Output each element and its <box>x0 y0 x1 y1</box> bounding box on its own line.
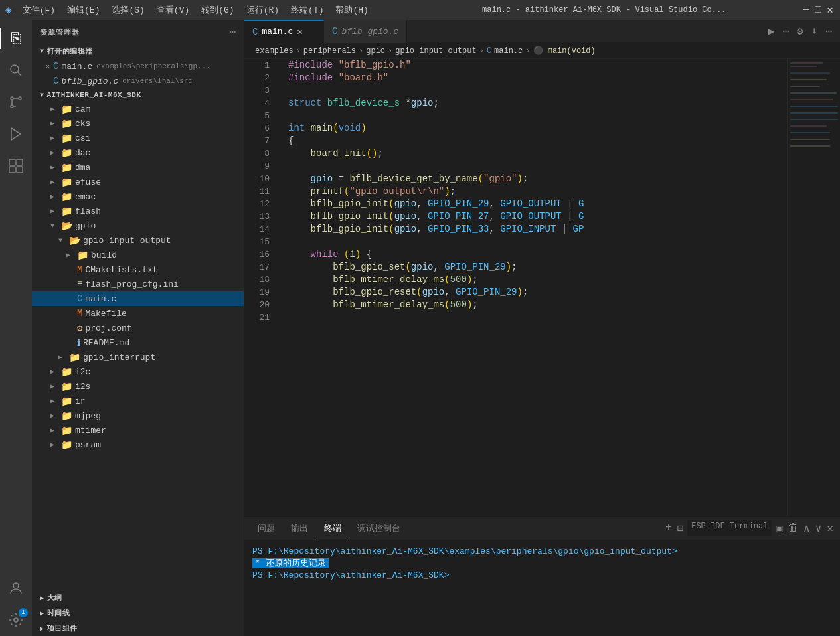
tree-file-makefile[interactable]: ▶ M Makefile <box>32 306 244 321</box>
bc-examples[interactable]: examples <box>255 46 294 56</box>
open-file-main-c[interactable]: ✕ C main.c examples\peripherals\gp... <box>32 59 244 74</box>
bc-sep5: › <box>525 46 530 56</box>
editor-area: C main.c ✕ C bflb_gpio.c ▶ ⋯ ⚙ ⬇ ⋯ examp… <box>244 20 840 636</box>
open-editors-section[interactable]: ▼ 打开的编辑器 <box>32 44 244 59</box>
tree-folder-ir[interactable]: ▶ 📁 ir <box>32 394 244 408</box>
tree-file-projconf[interactable]: ▶ ⚙ proj.conf <box>32 321 244 335</box>
tree-folder-i2s[interactable]: ▶ 📁 i2s <box>32 379 244 394</box>
folder-icon: 📁 <box>77 250 88 261</box>
panel-tab-output[interactable]: 输出 <box>283 517 316 540</box>
sidebar-title: 资源管理器 <box>40 27 80 37</box>
svg-rect-24 <box>790 132 830 133</box>
menu-edit[interactable]: 编辑(E) <box>62 3 105 17</box>
code-line-13: bflb_gpio_init(gpio, GPIO_PIN_27, GPIO_O… <box>288 210 787 223</box>
tree-folder-csi[interactable]: ▶ 📁 csi <box>32 131 244 145</box>
code-content[interactable]: #include "bflb_gpio.h" #include "board.h… <box>278 59 787 517</box>
split-editor-icon[interactable]: ⋯ <box>780 22 792 40</box>
settings-icon[interactable]: 1 <box>0 604 32 636</box>
folder-label: i2c <box>75 367 90 377</box>
line-num-4: 4 <box>244 97 270 110</box>
folder-chevron: ▶ <box>50 207 61 215</box>
timeline-section[interactable]: ▶ 时间线 <box>32 605 244 621</box>
add-terminal-icon[interactable]: + <box>664 520 673 536</box>
tree-folder-mtimer[interactable]: ▶ 📁 mtimer <box>32 423 244 437</box>
bc-peripherals[interactable]: peripherals <box>303 46 356 56</box>
tree-folder-gpio-interrupt[interactable]: ▶ 📁 gpio_interrupt <box>32 350 244 364</box>
extensions-icon[interactable] <box>0 150 32 182</box>
code-editor[interactable]: 1 2 3 4 5 6 7 8 9 10 11 12 13 14 15 16 1 <box>244 59 787 517</box>
menu-select[interactable]: 选择(S) <box>106 3 149 17</box>
chevron-down-icon[interactable]: ∨ <box>814 520 823 536</box>
tree-folder-build[interactable]: ▶ 📁 build <box>32 248 244 262</box>
close-icon[interactable]: ✕ <box>42 61 53 72</box>
run-split-icon[interactable]: ▶ <box>766 22 778 40</box>
tree-file-cmake[interactable]: ▶ M CMakeLists.txt <box>32 262 244 277</box>
source-control-icon[interactable] <box>0 86 32 118</box>
more-actions-icon[interactable]: ⋯ <box>823 22 835 40</box>
tree-folder-efuse[interactable]: ▶ 📁 efuse <box>32 175 244 189</box>
run-debug-icon[interactable] <box>0 118 32 150</box>
menu-help[interactable]: 帮助(H) <box>330 3 373 17</box>
tree-file-ini[interactable]: ▶ ≡ flash_prog_cfg.ini <box>32 277 244 291</box>
svg-rect-21 <box>790 112 838 114</box>
menu-goto[interactable]: 转到(G) <box>196 3 239 17</box>
outline-section[interactable]: ▶ 大纲 <box>32 590 244 605</box>
tree-file-main-c[interactable]: ▶ C main.c <box>32 291 244 306</box>
line-num-18: 18 <box>244 274 270 286</box>
bc-gpio-input-output[interactable]: gpio_input_output <box>395 46 476 56</box>
tree-folder-i2c[interactable]: ▶ 📁 i2c <box>32 364 244 379</box>
close-panel-icon[interactable]: ✕ <box>825 520 835 536</box>
menu-run[interactable]: 运行(R) <box>241 3 284 17</box>
tab-main-c[interactable]: C main.c ✕ <box>244 20 324 43</box>
tree-folder-gpio-input-output[interactable]: ▼ 📂 gpio_input_output <box>32 233 244 248</box>
menu-terminal[interactable]: 终端(T) <box>286 3 329 17</box>
terminal-name-tag[interactable]: ESP-IDF Terminal <box>687 520 772 536</box>
panel-tab-problems[interactable]: 问题 <box>250 517 283 540</box>
maximize-button[interactable]: □ <box>813 5 823 15</box>
download-icon[interactable]: ⬇ <box>809 22 821 40</box>
svg-rect-22 <box>790 119 838 120</box>
files-icon[interactable]: ⎘ <box>0 23 32 54</box>
tree-file-readme[interactable]: ▶ ℹ README.md <box>32 335 244 350</box>
project-components-section[interactable]: ▶ 项目组件 <box>32 621 244 636</box>
tree-folder-flash[interactable]: ▶ 📁 flash <box>32 204 244 218</box>
tree-folder-gpio[interactable]: ▼ 📂 gpio <box>32 218 244 233</box>
menu-view[interactable]: 查看(V) <box>151 3 195 17</box>
maximize-panel-icon[interactable]: ▣ <box>774 520 784 536</box>
code-line-12: bflb_gpio_init(gpio, GPIO_PIN_29, GPIO_O… <box>288 198 787 210</box>
tree-folder-psram[interactable]: ▶ 📁 psram <box>32 437 244 452</box>
tab-close-icon[interactable]: ✕ <box>297 26 302 37</box>
project-section[interactable]: ▼ AITHINKER_AI-M6X_SDK <box>32 88 244 102</box>
tree-folder-mjpeg[interactable]: ▶ 📁 mjpeg <box>32 408 244 423</box>
tree-folder-dma[interactable]: ▶ 📁 dma <box>32 160 244 175</box>
search-icon[interactable] <box>0 54 32 86</box>
tree-folder-emac[interactable]: ▶ 📁 emac <box>32 189 244 204</box>
tree-folder-dac[interactable]: ▶ 📁 dac <box>32 145 244 160</box>
account-icon[interactable] <box>0 572 32 604</box>
outline-label: 大纲 <box>47 593 62 603</box>
window-title: main.c - aithinker_Ai-M6X_SDK - Visual S… <box>409 5 799 15</box>
kill-terminal-icon[interactable]: 🗑 <box>786 520 799 536</box>
chevron-up-icon[interactable]: ∧ <box>802 520 811 536</box>
tree-folder-cks[interactable]: ▶ 📁 cks <box>32 116 244 131</box>
panel-tab-terminal[interactable]: 终端 <box>316 517 349 540</box>
close-button[interactable]: ✕ <box>825 5 835 15</box>
gear-icon[interactable]: ⚙ <box>794 22 806 40</box>
menu-file[interactable]: 文件(F) <box>17 3 60 17</box>
minimize-button[interactable]: ─ <box>801 5 811 15</box>
tree-folder-cam[interactable]: ▶ 📁 cam <box>32 102 244 116</box>
bc-file[interactable]: main.c <box>494 46 523 56</box>
folder-chevron: ▶ <box>50 119 61 127</box>
bc-sep: › <box>296 46 301 56</box>
file-label: Makefile <box>85 309 126 319</box>
sidebar-more-actions[interactable]: ⋯ <box>229 25 236 39</box>
terminal-content[interactable]: PS F:\Repository\aithinker_Ai-M6X_SDK\ex… <box>244 540 840 636</box>
bc-function[interactable]: ⚫ main(void) <box>533 46 596 56</box>
open-file-bflb-gpio[interactable]: C bflb_gpio.c drivers\lhal\src <box>32 74 244 88</box>
split-terminal-icon[interactable]: ⊟ <box>676 520 685 536</box>
panel-tab-debug-console[interactable]: 调试控制台 <box>349 517 408 540</box>
open-file-path2: drivers\lhal\src <box>122 77 193 85</box>
folder-chevron: ▶ <box>58 353 69 361</box>
bc-gpio[interactable]: gpio <box>366 46 385 56</box>
tab-bflb-gpio[interactable]: C bflb_gpio.c <box>324 20 407 43</box>
